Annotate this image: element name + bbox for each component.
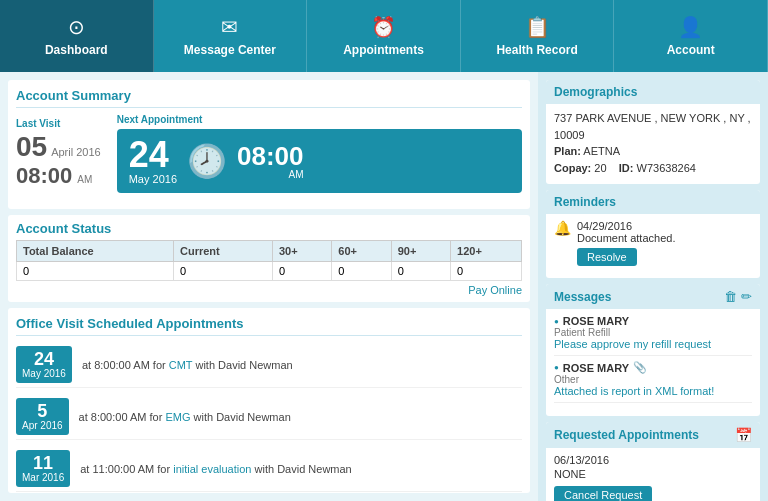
- nav-health-record[interactable]: 📋 Health Record: [461, 0, 615, 72]
- reminders-title: Reminders: [546, 190, 760, 214]
- trash-icon[interactable]: 🗑: [724, 289, 737, 304]
- account-status-title: Account Status: [16, 221, 522, 236]
- next-appt-time: 08:00: [237, 143, 304, 169]
- reminder-text: Document attached.: [577, 232, 675, 244]
- reminder-item: 🔔 04/29/2016 Document attached. Resolve: [554, 220, 752, 266]
- next-appt-label: Next Appointment: [117, 114, 522, 125]
- scheduled-appointments-section: Office Visit Scheduled Appointments 24 M…: [8, 308, 530, 493]
- val-total: 0: [17, 262, 174, 281]
- account-icon: 👤: [678, 15, 703, 39]
- account-summary-section: Account Summary Last Visit 05 April 2016…: [8, 80, 530, 209]
- message-item-2: ● ROSE MARY 📎 Other Attached is report i…: [554, 361, 752, 403]
- next-appt-day: 24: [129, 137, 177, 173]
- next-appt-block: Next Appointment 24 May 2016 🕗 08:00 AM: [117, 114, 522, 193]
- appointments-list: 24 May 2016 at 8:00:00 AM for CMT with D…: [16, 342, 522, 492]
- requested-appt-title: Requested Appointments: [554, 428, 699, 442]
- appt-month-1: May 2016: [22, 368, 66, 379]
- msg-preview-1[interactable]: Please approve my refill request: [554, 338, 752, 350]
- scheduled-appointments-title: Office Visit Scheduled Appointments: [16, 316, 522, 336]
- nav-dashboard-label: Dashboard: [45, 43, 108, 57]
- nav-account[interactable]: 👤 Account: [614, 0, 768, 72]
- clock-icon: 🕗: [187, 142, 227, 180]
- account-summary-title: Account Summary: [16, 88, 522, 108]
- message-icon: ✉: [221, 15, 238, 39]
- col-30: 30+: [272, 241, 331, 262]
- msg-dot-1: ●: [554, 317, 559, 326]
- appt-link-3[interactable]: initial evaluation: [173, 463, 251, 475]
- last-visit-label: Last Visit: [16, 118, 101, 129]
- messages-actions: 🗑 ✏: [724, 289, 752, 304]
- requested-appt-header: Requested Appointments 📅: [546, 422, 760, 448]
- appt-month-2: Apr 2016: [22, 420, 63, 431]
- col-current: Current: [174, 241, 273, 262]
- last-visit-time: 08:00: [16, 163, 72, 189]
- demographics-address: 737 PARK AVENUE , NEW YORK , NY , 10009: [554, 110, 752, 143]
- nav-dashboard[interactable]: ⊙ Dashboard: [0, 0, 154, 72]
- nav-message-center[interactable]: ✉ Message Center: [154, 0, 308, 72]
- visit-row: Last Visit 05 April 2016 08:00 AM Next A…: [16, 114, 522, 193]
- col-90: 90+: [391, 241, 450, 262]
- message-item-1: ● ROSE MARY Patient Refill Please approv…: [554, 315, 752, 356]
- msg-preview-2[interactable]: Attached is report in XML format!: [554, 385, 752, 397]
- msg-type-1: Patient Refill: [554, 327, 752, 338]
- next-appt-month: May 2016: [129, 173, 177, 185]
- val-30: 0: [272, 262, 331, 281]
- nav-appointments-label: Appointments: [343, 43, 424, 57]
- appointment-item-3: 11 Mar 2016 at 11:00:00 AM for initial e…: [16, 446, 522, 492]
- nav-account-label: Account: [667, 43, 715, 57]
- reminder-date: 04/29/2016: [577, 220, 675, 232]
- col-120: 120+: [451, 241, 522, 262]
- appt-month-3: Mar 2016: [22, 472, 64, 483]
- appt-link-2[interactable]: EMG: [165, 411, 190, 423]
- requested-appointments-section: Requested Appointments 📅 06/13/2016 NONE…: [546, 422, 760, 501]
- left-panel: Account Summary Last Visit 05 April 2016…: [0, 72, 538, 501]
- requested-appt-icon: 📅: [735, 427, 752, 443]
- messages-section: Messages 🗑 ✏ ● ROSE MARY Patient Refill …: [546, 284, 760, 416]
- nav-health-record-label: Health Record: [496, 43, 577, 57]
- nav-message-label: Message Center: [184, 43, 276, 57]
- demographics-title: Demographics: [546, 80, 760, 104]
- status-table: Total Balance Current 30+ 60+ 90+ 120+ 0…: [16, 240, 522, 281]
- appointment-item-2: 5 Apr 2016 at 8:00:00 AM for EMG with Da…: [16, 394, 522, 440]
- val-90: 0: [391, 262, 450, 281]
- table-row: 0 0 0 0 0 0: [17, 262, 522, 281]
- cancel-request-button[interactable]: Cancel Request: [554, 486, 652, 501]
- col-60: 60+: [332, 241, 391, 262]
- appt-day-2: 5: [22, 402, 63, 420]
- last-visit-block: Last Visit 05 April 2016 08:00 AM: [16, 118, 101, 189]
- appt-badge-2: 5 Apr 2016: [16, 398, 69, 435]
- next-appt-ampm: AM: [237, 169, 304, 180]
- val-60: 0: [332, 262, 391, 281]
- pay-online-link[interactable]: Pay Online: [16, 284, 522, 296]
- appointment-item-1: 24 May 2016 at 8:00:00 AM for CMT with D…: [16, 342, 522, 388]
- attachment-icon: 📎: [633, 361, 647, 374]
- appt-link-1[interactable]: CMT: [169, 359, 193, 371]
- appt-day-1: 24: [22, 350, 66, 368]
- last-visit-day: 05: [16, 133, 47, 161]
- resolve-button[interactable]: Resolve: [577, 248, 637, 266]
- health-record-icon: 📋: [525, 15, 550, 39]
- demographics-copay-id: Copay: 20 ID: W73638264: [554, 160, 752, 177]
- next-appt-time-block: 08:00 AM: [237, 143, 304, 180]
- requested-appt-status: NONE: [554, 468, 752, 480]
- reminder-content: 04/29/2016 Document attached. Resolve: [577, 220, 675, 266]
- account-status-section: Account Status Total Balance Current 30+…: [8, 215, 530, 302]
- requested-appt-date: 06/13/2016: [554, 454, 752, 466]
- val-current: 0: [174, 262, 273, 281]
- bell-icon: 🔔: [554, 220, 571, 236]
- navigation: ⊙ Dashboard ✉ Message Center ⏰ Appointme…: [0, 0, 768, 72]
- appt-badge-3: 11 Mar 2016: [16, 450, 70, 487]
- dashboard-icon: ⊙: [68, 15, 85, 39]
- val-120: 0: [451, 262, 522, 281]
- messages-header: Messages 🗑 ✏: [546, 284, 760, 309]
- demographics-plan: Plan: AETNA: [554, 143, 752, 160]
- msg-dot-2: ●: [554, 363, 559, 372]
- appointments-icon: ⏰: [371, 15, 396, 39]
- msg-type-2: Other: [554, 374, 752, 385]
- edit-icon[interactable]: ✏: [741, 289, 752, 304]
- appt-badge-1: 24 May 2016: [16, 346, 72, 383]
- nav-appointments[interactable]: ⏰ Appointments: [307, 0, 461, 72]
- appt-detail-3: at 11:00:00 AM for initial evaluation wi…: [80, 463, 352, 475]
- appt-detail-1: at 8:00:00 AM for CMT with David Newman: [82, 359, 293, 371]
- msg-sender-1: ● ROSE MARY: [554, 315, 752, 327]
